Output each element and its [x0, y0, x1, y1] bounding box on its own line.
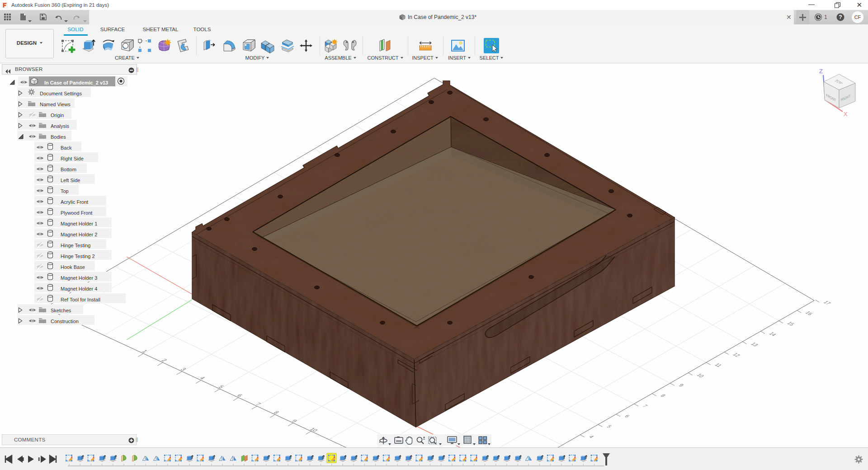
svg-text:4: 4 [588, 435, 595, 439]
svg-text:2: 2 [160, 358, 169, 363]
svg-text:5: 5 [605, 424, 613, 428]
svg-text:15: 15 [786, 321, 796, 326]
svg-text:9: 9 [678, 383, 685, 387]
svg-text:X: X [844, 111, 848, 118]
svg-text:10: 10 [695, 373, 705, 378]
svg-text:13: 13 [750, 342, 759, 347]
svg-text:14: 14 [768, 331, 778, 337]
svg-text:Z: Z [819, 68, 823, 75]
svg-text:12: 12 [731, 352, 741, 357]
svg-text:11: 11 [713, 362, 723, 368]
svg-text:4: 4 [198, 376, 207, 381]
svg-text:17: 17 [822, 300, 832, 306]
svg-text:?: ? [839, 14, 842, 20]
svg-text:6: 6 [236, 393, 244, 398]
svg-text:6: 6 [623, 414, 631, 418]
svg-text:16: 16 [804, 310, 814, 316]
svg-text:7: 7 [642, 404, 649, 408]
svg-text:8: 8 [272, 410, 281, 415]
svg-text:8: 8 [660, 394, 667, 398]
